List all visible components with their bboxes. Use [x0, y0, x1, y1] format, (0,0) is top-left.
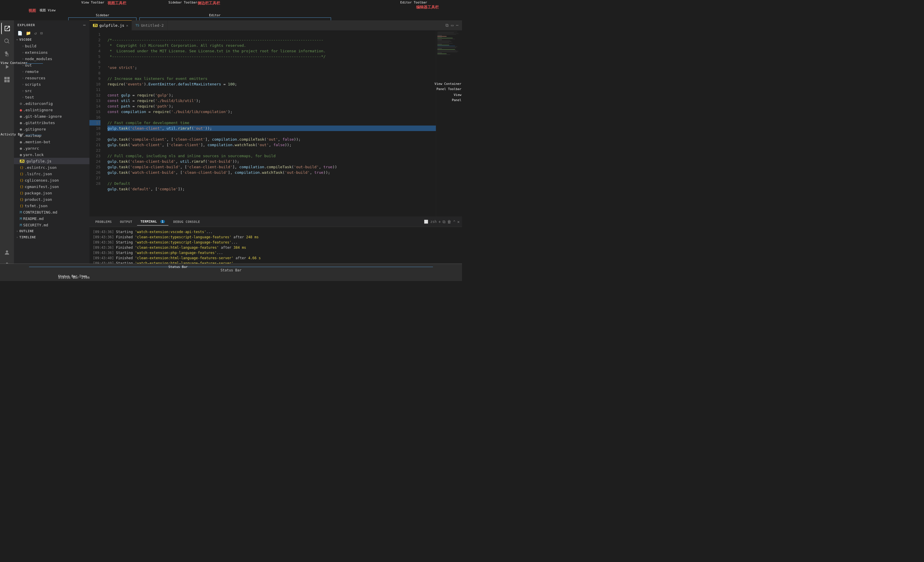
file-label: SECURITY.md: [23, 223, 48, 227]
output-label: OUTPUT: [120, 220, 132, 224]
folder-chevron: ›: [22, 64, 24, 67]
file-label: cgmanifest.json: [25, 185, 58, 189]
tree-folder-remote[interactable]: › remote: [14, 68, 90, 75]
file-icon: JS: [20, 159, 24, 163]
tree-folder-node-modules[interactable]: › node_modules: [14, 56, 90, 62]
sidebar-header: EXPLORER ⋯: [14, 20, 90, 30]
tab-untitled-label: Untitled-2: [141, 23, 164, 28]
toggle-panel-icon[interactable]: ▭: [451, 23, 454, 28]
folder-chevron: ›: [22, 45, 24, 48]
extensions-icon[interactable]: [1, 74, 13, 86]
tree-folder-extensions[interactable]: › extensions: [14, 49, 90, 56]
file-label: README.md: [23, 216, 44, 221]
file-label: .eslintignore: [23, 108, 53, 112]
tab-gulpfile[interactable]: JS gulpfile.js ✕: [90, 20, 132, 30]
tab-terminal[interactable]: TERMINAL 1: [137, 218, 169, 225]
new-file-icon[interactable]: 📄: [16, 30, 24, 36]
tree-file-contributing[interactable]: M CONTRIBUTING.md: [14, 209, 90, 215]
refresh-icon[interactable]: ↺: [33, 30, 38, 36]
file-label: .editorconfig: [23, 101, 53, 106]
file-label: .yarnrc: [23, 146, 39, 150]
tree-file-cglicenses[interactable]: {} cglicenses.json: [14, 177, 90, 183]
terminal-shell-label: ⬜ zsh: [424, 220, 437, 224]
tree-file-product[interactable]: {} product.json: [14, 196, 90, 203]
tab-untitled[interactable]: TS Untitled-2: [132, 20, 168, 30]
file-icon: {}: [20, 185, 24, 189]
more-actions-icon[interactable]: ⋯: [456, 23, 459, 28]
tree-section-timeline[interactable]: › TIMELINE: [14, 234, 90, 240]
close-tab-icon[interactable]: ✕: [126, 24, 128, 28]
tree-file-gulpfile[interactable]: JS gulpfile.js: [14, 158, 90, 164]
split-editor-icon[interactable]: ⧉: [446, 23, 448, 28]
tree-file-mentionbot[interactable]: ● .mention-bot: [14, 138, 90, 145]
panel-toolbar: ⬜ zsh + ⧉ 🗑 ⌃ ✕: [424, 219, 460, 224]
folder-chevron: ›: [22, 83, 24, 86]
split-terminal-icon[interactable]: ⧉: [442, 219, 446, 224]
tree-folder-scripts[interactable]: › scripts: [14, 81, 90, 87]
tab-output[interactable]: OUTPUT: [117, 218, 136, 225]
section-label: VSCODE: [20, 38, 32, 42]
file-label: .lsifrc.json: [25, 172, 52, 176]
tree-section-vscode[interactable]: ▾ VSCODE: [14, 37, 90, 43]
section-label: TIMELINE: [20, 235, 36, 239]
collapse-icon[interactable]: ⊟: [39, 30, 44, 36]
tree-file-eslintignore[interactable]: ● .eslintignore: [14, 107, 90, 113]
tree-folder-test[interactable]: › test: [14, 94, 90, 100]
search-icon[interactable]: [1, 35, 13, 47]
tree-file-gitignore[interactable]: ● .gitignore: [14, 126, 90, 132]
maximize-panel-icon[interactable]: ⌃: [453, 219, 455, 224]
file-icon: ●: [20, 140, 22, 144]
file-label: .git-blame-ignore: [23, 114, 62, 119]
terminal-label: TERMINAL: [141, 220, 157, 224]
account-icon[interactable]: [1, 247, 13, 258]
file-icon: ●: [20, 114, 22, 119]
editor-tabs: JS gulpfile.js ✕ TS Untitled-2 ⧉ ▭ ⋯: [90, 20, 462, 30]
sidebar-more-icon[interactable]: ⋯: [83, 23, 86, 27]
source-control-icon[interactable]: [1, 48, 13, 60]
file-label: .mailmap: [23, 134, 42, 138]
sidebar-toolbar: 📄 📁 ↺ ⊟: [14, 30, 90, 37]
tree-file-mailmap[interactable]: ● .mailmap: [14, 132, 90, 138]
new-folder-icon[interactable]: 📁: [25, 30, 32, 36]
tree-folder-src[interactable]: › src: [14, 87, 90, 94]
section-chevron: ›: [16, 230, 18, 233]
file-label: product.json: [25, 197, 52, 202]
tree-file-security[interactable]: M SECURITY.md: [14, 222, 90, 228]
file-label: tsfmt.json: [25, 204, 47, 208]
tab-problems[interactable]: PROBLEMS: [92, 218, 115, 225]
minimap: [436, 30, 462, 216]
trash-terminal-icon[interactable]: 🗑: [447, 219, 451, 224]
tree-file-yarnrc[interactable]: ● .yarnrc: [14, 145, 90, 152]
tree-folder-resources[interactable]: › resources: [14, 75, 90, 81]
status-bar-annotation-label: Status Bar: [220, 268, 241, 272]
folder-label: build: [25, 44, 36, 48]
file-label: cglicenses.json: [25, 178, 58, 182]
tree-file-git-blame[interactable]: ● .git-blame-ignore: [14, 113, 90, 119]
tree-file-eslintrc[interactable]: {} .eslintrc.json: [14, 164, 90, 171]
svg-rect-2: [4, 80, 7, 82]
tab-js-icon: JS: [93, 24, 98, 27]
code-content[interactable]: /*--------------------------------------…: [104, 30, 436, 216]
tab-debug-console[interactable]: DEBUG CONSOLE: [170, 218, 204, 225]
editor-toolbar: ⧉ ▭ ⋯: [446, 23, 462, 28]
tree-file-tsfmt[interactable]: {} tsfmt.json: [14, 203, 90, 209]
file-label: .eslintrc.json: [25, 165, 57, 170]
tree-file-package[interactable]: {} package.json: [14, 190, 90, 196]
activity-bar: [0, 20, 14, 275]
file-label: .gitignore: [23, 127, 46, 131]
tree-section-outline[interactable]: › OUTLINE: [14, 228, 90, 234]
tree-folder-out[interactable]: › out: [14, 62, 90, 68]
close-panel-icon[interactable]: ✕: [458, 219, 460, 224]
tree-file-cgmanifest[interactable]: {} cgmanifest.json: [14, 183, 90, 190]
add-terminal-icon[interactable]: +: [438, 219, 441, 224]
tree-file-lsifrc[interactable]: {} .lsifrc.json: [14, 171, 90, 177]
tree-file-editorconfig[interactable]: ⚙ .editorconfig: [14, 100, 90, 107]
tree-folder-build[interactable]: › build: [14, 43, 90, 49]
file-label: package.json: [25, 191, 52, 195]
tree-file-readme[interactable]: M README.md: [14, 215, 90, 222]
run-icon[interactable]: [1, 61, 13, 73]
explorer-icon[interactable]: [1, 23, 13, 34]
bottom-annotation-bar: Status Bar Status Bar Item: [0, 264, 462, 281]
tree-file-yarnlock[interactable]: ● yarn.lock: [14, 152, 90, 158]
tree-file-gitattributes[interactable]: ● .gitattributes: [14, 119, 90, 126]
